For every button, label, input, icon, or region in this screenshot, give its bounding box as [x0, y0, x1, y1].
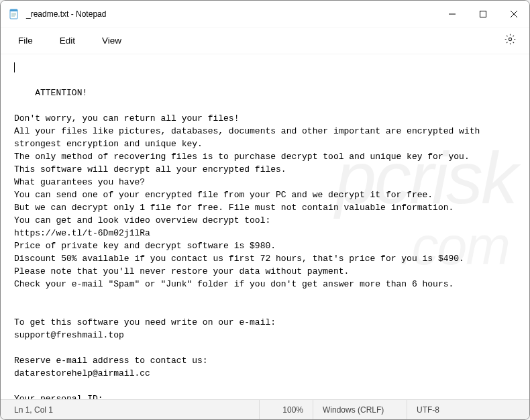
- status-line-ending: Windows (CRLF): [313, 400, 407, 419]
- svg-rect-1: [10, 9, 17, 11]
- statusbar: Ln 1, Col 1 100% Windows (CRLF) UTF-8: [1, 399, 529, 419]
- minimize-button[interactable]: [437, 1, 468, 27]
- svg-point-9: [509, 38, 511, 40]
- text-caret: [14, 62, 15, 72]
- settings-button[interactable]: [498, 30, 523, 52]
- gear-icon: [505, 34, 516, 48]
- window-controls: [437, 1, 529, 27]
- text-editor-content[interactable]: ATTENTION! Don't worry, you can return a…: [1, 54, 529, 399]
- close-button[interactable]: [498, 1, 529, 27]
- titlebar[interactable]: _readme.txt - Notepad: [1, 1, 529, 28]
- window-title: _readme.txt - Notepad: [26, 9, 437, 19]
- menu-view[interactable]: View: [91, 32, 132, 50]
- notepad-app-icon: [9, 9, 19, 19]
- maximize-button[interactable]: [468, 1, 498, 27]
- menu-file[interactable]: File: [7, 32, 44, 50]
- svg-rect-6: [480, 11, 486, 17]
- menu-edit[interactable]: Edit: [49, 32, 86, 50]
- status-cursor-position: Ln 1, Col 1: [5, 400, 260, 419]
- status-encoding: UTF-8: [407, 400, 525, 419]
- menubar: File Edit View: [1, 28, 529, 54]
- status-zoom[interactable]: 100%: [260, 400, 313, 419]
- notepad-window: _readme.txt - Notepad File Edit View: [0, 0, 530, 420]
- document-text: ATTENTION! Don't worry, you can return a…: [14, 88, 485, 399]
